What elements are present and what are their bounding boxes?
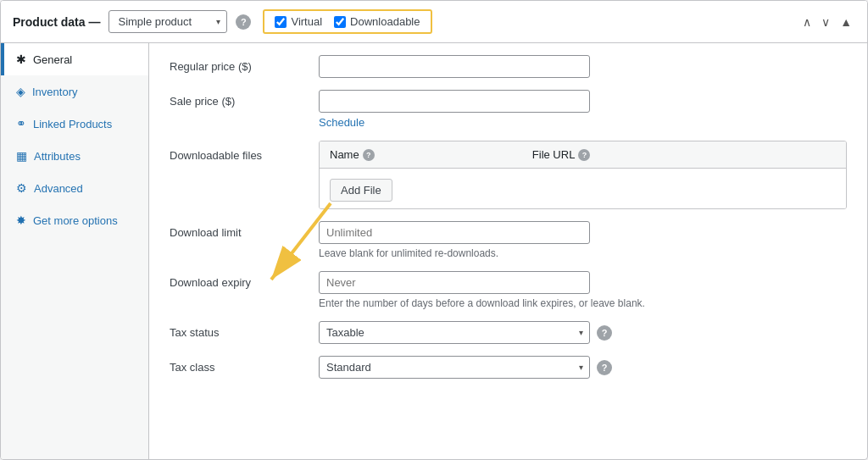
downloadable-checkbox-label[interactable]: Downloadable bbox=[334, 15, 420, 28]
product-data-sidebar: ✱ General ◈ Inventory ⚭ Linked Products … bbox=[1, 43, 149, 459]
download-expiry-input[interactable] bbox=[319, 271, 590, 294]
sidebar-label-general: General bbox=[33, 53, 72, 66]
tax-status-help-icon[interactable]: ? bbox=[597, 325, 612, 341]
files-url-help-icon[interactable]: ? bbox=[578, 149, 590, 161]
sale-price-control: Schedule bbox=[319, 90, 847, 129]
downloadable-files-label: Downloadable files bbox=[170, 141, 305, 162]
product-data-title: Product data — bbox=[13, 15, 100, 29]
tax-class-row: Tax class Standard Reduced rate Zero rat… bbox=[170, 356, 847, 379]
download-limit-input[interactable] bbox=[319, 221, 590, 244]
add-file-button[interactable]: Add File bbox=[330, 179, 392, 202]
download-limit-control: Leave blank for unlimited re-downloads. bbox=[319, 221, 847, 259]
collapse-down-button[interactable]: ∨ bbox=[818, 14, 833, 30]
regular-price-label: Regular price ($) bbox=[170, 55, 305, 73]
product-type-help-icon[interactable]: ? bbox=[236, 14, 251, 30]
product-data-body: ✱ General ◈ Inventory ⚭ Linked Products … bbox=[1, 43, 867, 459]
tax-status-input-wrap: Taxable Shipping only None ▾ ? bbox=[319, 321, 847, 344]
files-col-url: File URL ? bbox=[532, 148, 836, 161]
downloadable-files-content: Name ? File URL ? Add File bbox=[319, 141, 847, 209]
product-type-select[interactable]: Simple product bbox=[108, 10, 227, 33]
tax-class-help-icon[interactable]: ? bbox=[597, 360, 612, 375]
attributes-icon: ▦ bbox=[16, 149, 27, 163]
sidebar-item-inventory[interactable]: ◈ Inventory bbox=[1, 75, 148, 108]
sidebar-label-attributes: Attributes bbox=[34, 150, 81, 163]
download-limit-label: Download limit bbox=[170, 221, 305, 239]
regular-price-control bbox=[319, 55, 847, 78]
files-col-name: Name ? bbox=[330, 148, 532, 161]
downloadable-checkbox[interactable] bbox=[334, 16, 346, 28]
sidebar-item-attributes[interactable]: ▦ Attributes bbox=[1, 140, 148, 172]
get-more-options-icon: ✸ bbox=[16, 213, 26, 227]
tax-status-control: Taxable Shipping only None ▾ ? bbox=[319, 321, 847, 344]
virtual-label: Virtual bbox=[291, 15, 322, 28]
general-icon: ✱ bbox=[16, 53, 26, 66]
sidebar-item-advanced[interactable]: ⚙ Advanced bbox=[1, 172, 148, 204]
sidebar-item-linked-products[interactable]: ⚭ Linked Products bbox=[1, 108, 148, 140]
files-table: Name ? File URL ? Add File bbox=[319, 141, 847, 209]
files-table-header: Name ? File URL ? bbox=[320, 141, 846, 169]
download-limit-hint: Leave blank for unlimited re-downloads. bbox=[319, 247, 847, 259]
header-arrows: ∧ ∨ ▲ bbox=[799, 14, 855, 30]
virtual-checkbox-label[interactable]: Virtual bbox=[275, 15, 322, 28]
download-expiry-label: Download expiry bbox=[170, 271, 305, 289]
sale-price-row: Sale price ($) Schedule bbox=[170, 90, 847, 129]
files-name-help-icon[interactable]: ? bbox=[363, 149, 375, 161]
download-expiry-control: Enter the number of days before a downlo… bbox=[319, 271, 847, 309]
inventory-icon: ◈ bbox=[16, 85, 25, 98]
download-expiry-hint: Enter the number of days before a downlo… bbox=[319, 297, 847, 309]
product-type-select-wrap[interactable]: Simple product ▾ bbox=[108, 10, 227, 33]
sale-price-label: Sale price ($) bbox=[170, 90, 305, 108]
tax-class-select-wrap[interactable]: Standard Reduced rate Zero rate ▾ bbox=[319, 356, 590, 379]
tax-status-row: Tax status Taxable Shipping only None ▾ bbox=[170, 321, 847, 344]
sidebar-label-inventory: Inventory bbox=[32, 86, 77, 98]
tax-status-label: Tax status bbox=[170, 321, 305, 339]
tax-class-select[interactable]: Standard Reduced rate Zero rate bbox=[319, 356, 590, 379]
tax-class-input-wrap: Standard Reduced rate Zero rate ▾ ? bbox=[319, 356, 847, 379]
files-table-body: Add File bbox=[320, 169, 846, 208]
product-data-main: Regular price ($) Sale price ($) Schedul… bbox=[149, 43, 867, 459]
advanced-icon: ⚙ bbox=[16, 181, 27, 195]
tax-status-select[interactable]: Taxable Shipping only None bbox=[319, 321, 590, 344]
tax-class-control: Standard Reduced rate Zero rate ▾ ? bbox=[319, 356, 847, 379]
sidebar-label-advanced: Advanced bbox=[34, 182, 83, 195]
regular-price-input[interactable] bbox=[319, 55, 590, 78]
product-data-header: Product data — Simple product ▾ ? Virtua… bbox=[1, 1, 867, 43]
regular-price-row: Regular price ($) bbox=[170, 55, 847, 78]
collapse-toggle-button[interactable]: ▲ bbox=[837, 14, 855, 30]
download-expiry-row: Download expiry Enter the number of days… bbox=[170, 271, 847, 309]
schedule-link[interactable]: Schedule bbox=[319, 116, 364, 129]
download-limit-row: Download limit Leave blank for unlimited… bbox=[170, 221, 847, 259]
sidebar-label-linked-products: Linked Products bbox=[33, 118, 112, 130]
downloadable-label: Downloadable bbox=[350, 15, 420, 28]
general-section: Regular price ($) Sale price ($) Schedul… bbox=[149, 43, 867, 402]
collapse-up-button[interactable]: ∧ bbox=[799, 14, 815, 30]
virtual-checkbox[interactable] bbox=[275, 16, 287, 28]
linked-products-icon: ⚭ bbox=[16, 117, 26, 130]
sale-price-input[interactable] bbox=[319, 90, 590, 113]
sidebar-item-get-more-options[interactable]: ✸ Get more options bbox=[1, 204, 148, 236]
downloadable-files-row: Downloadable files Name ? File URL bbox=[170, 141, 847, 209]
sidebar-label-get-more-options: Get more options bbox=[33, 214, 118, 227]
tax-status-select-wrap[interactable]: Taxable Shipping only None ▾ bbox=[319, 321, 590, 344]
sidebar-item-general[interactable]: ✱ General bbox=[1, 43, 148, 75]
tax-class-label: Tax class bbox=[170, 356, 305, 374]
virtual-downloadable-box: Virtual Downloadable bbox=[263, 9, 431, 34]
